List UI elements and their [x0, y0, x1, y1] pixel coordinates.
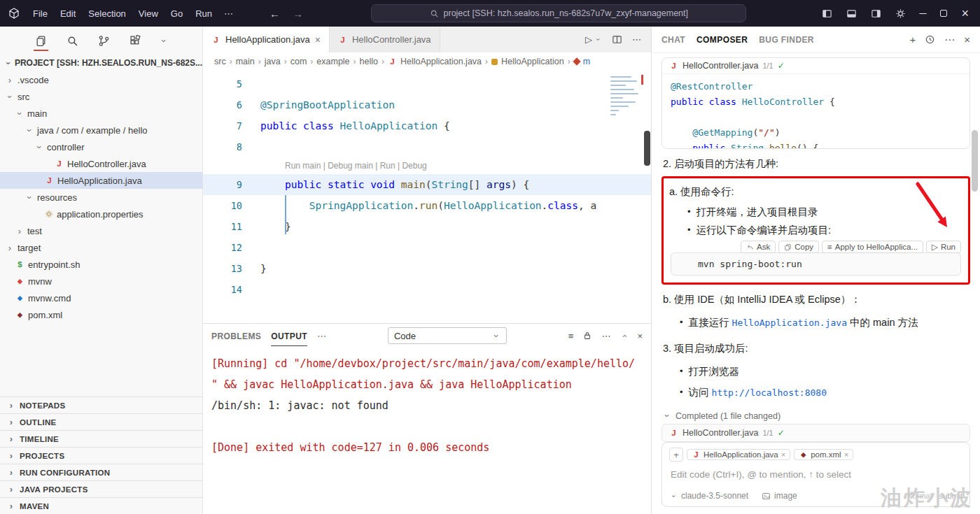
minimap[interactable]	[610, 73, 641, 152]
tree-item-src[interactable]: ›src	[0, 88, 202, 105]
lock-scroll-icon[interactable]	[582, 331, 592, 341]
breadcrumb[interactable]: java	[265, 57, 281, 66]
breadcrumb-file[interactable]: HelloApplication.java	[400, 57, 482, 66]
section-run-configuration[interactable]: ›RUN CONFIGURATION	[0, 464, 202, 480]
composer-input-box[interactable]: + JHelloApplication.java× ◆pom.xml× Edit…	[662, 442, 970, 507]
panel-more-icon[interactable]: ⋯	[317, 331, 326, 341]
extensions-icon[interactable]	[128, 32, 143, 50]
close-composer-icon[interactable]: ×	[964, 34, 970, 45]
search-view-icon[interactable]	[65, 32, 80, 50]
section-timeline[interactable]: ›TIMELINE	[0, 430, 202, 447]
close-panel-icon[interactable]: ×	[637, 331, 643, 341]
more-views-chevron-icon[interactable]: ›	[156, 36, 172, 45]
output-console[interactable]: [Running] cd "/home/devbox/project/src/m…	[203, 348, 651, 514]
localhost-link[interactable]: http://localhost:8080	[712, 387, 827, 398]
context-chip-helloapplication[interactable]: JHelloApplication.java×	[687, 449, 790, 460]
toggle-panel-icon[interactable]	[846, 8, 857, 19]
tree-item-resources[interactable]: ›resources	[0, 189, 202, 206]
tree-item-test[interactable]: ›test	[0, 222, 202, 239]
command-code-block[interactable]: mvn spring-boot:run	[671, 252, 961, 276]
tree-item-vscode[interactable]: ›.vscode	[0, 71, 202, 88]
composer-scrollbar[interactable]	[972, 130, 978, 192]
close-tab-icon[interactable]: ×	[315, 34, 321, 45]
tree-item-helloapplication[interactable]: JHelloApplication.java	[0, 172, 202, 189]
code-editor[interactable]: 5 6@SpringBootApplication 7public class …	[203, 71, 651, 323]
section-notepads[interactable]: ›NOTEPADS	[0, 397, 202, 413]
maximize-button[interactable]	[940, 10, 947, 17]
tree-item-target[interactable]: ›target	[0, 239, 202, 256]
composer-input-placeholder[interactable]: Edit code (Ctrl+I), @ to mention, ↑ to s…	[671, 469, 961, 480]
maximize-panel-icon[interactable]: ›	[619, 331, 629, 340]
toggle-sidebar-icon[interactable]	[822, 8, 832, 19]
remove-chip-icon[interactable]: ×	[781, 450, 785, 459]
section-projects[interactable]: ›PROJECTS	[0, 447, 202, 464]
tab-hellocontroller[interactable]: J HelloController.java	[330, 27, 440, 52]
panel-overflow-icon[interactable]: ⋯	[601, 331, 610, 341]
editor-scrollbar[interactable]	[644, 131, 650, 166]
explorer-icon[interactable]	[34, 32, 48, 50]
tree-item-controller[interactable]: ›controller	[0, 138, 202, 155]
menu-go[interactable]: Go	[164, 6, 189, 22]
clear-output-icon[interactable]: ≡	[568, 331, 574, 341]
section-maven[interactable]: ›MAVEN	[0, 497, 202, 514]
inline-code-file[interactable]: HelloApplication.java	[732, 317, 847, 328]
attach-image-button[interactable]: image	[762, 491, 797, 501]
tree-item-mvnw[interactable]: ◆mvnw	[0, 273, 202, 290]
output-channel-dropdown[interactable]: Code ›	[388, 327, 507, 344]
menu-run[interactable]: Run	[189, 6, 218, 22]
tab-problems[interactable]: PROBLEMS	[211, 326, 261, 345]
source-control-icon[interactable]	[97, 32, 111, 50]
submit-button[interactable]: submit	[939, 492, 962, 500]
run-file-button[interactable]: ▷›	[585, 34, 602, 45]
breadcrumb[interactable]: hello	[360, 57, 378, 66]
command-search-box[interactable]: project [SSH: hzh.sealos.run_ns-682s7u7w…	[371, 4, 746, 22]
toggle-secondary-sidebar-icon[interactable]	[871, 8, 881, 19]
tree-item-java-path[interactable]: ›java / com / example / hello	[0, 122, 202, 138]
explorer-project-header[interactable]: › PROJECT [SSH: HZH.SEALOS.RUN_NS-682S..…	[0, 55, 202, 71]
new-composer-icon[interactable]: +	[909, 34, 916, 45]
mode-label[interactable]: Normal	[907, 492, 932, 500]
tree-item-entrypoint[interactable]: $entrypoint.sh	[0, 256, 202, 273]
tree-item-application-properties[interactable]: application.properties	[0, 206, 202, 222]
diff-file-header[interactable]: J HelloController.java 1/1 ✓	[662, 58, 969, 74]
section-java-projects[interactable]: ›JAVA PROJECTS	[0, 480, 202, 497]
completed-toggle[interactable]: › Completed (1 file changed)	[663, 411, 969, 421]
model-selector[interactable]: claude-3.5-sonnet	[681, 491, 748, 501]
tab-chat[interactable]: CHAT	[662, 35, 685, 45]
menu-edit[interactable]: Edit	[54, 6, 82, 22]
breadcrumb-method[interactable]: m	[583, 57, 590, 66]
close-window-button[interactable]: ×	[961, 10, 969, 17]
context-chip-pom[interactable]: ◆pom.xml×	[794, 449, 853, 460]
codelens-run-debug[interactable]: Run main | Debug main | Run | Debug	[203, 157, 651, 174]
menu-file[interactable]: File	[27, 6, 54, 22]
breadcrumb[interactable]: main	[236, 57, 255, 66]
split-editor-icon[interactable]	[612, 34, 622, 45]
settings-gear-icon[interactable]	[895, 8, 906, 19]
history-icon[interactable]	[925, 34, 935, 45]
tree-item-mvnw-cmd[interactable]: ◆mvnw.cmd	[0, 290, 202, 306]
forward-icon[interactable]: →	[293, 8, 303, 20]
section-outline[interactable]: ›OUTLINE	[0, 413, 202, 430]
menu-more-icon[interactable]: ⋯	[218, 6, 239, 22]
back-icon[interactable]: ←	[270, 8, 280, 20]
breadcrumb[interactable]: com	[290, 57, 307, 66]
apply-button[interactable]: ≡Apply to HelloApplica...	[822, 241, 923, 253]
add-context-button[interactable]: +	[669, 448, 683, 462]
more-actions-icon[interactable]: ⋯	[632, 34, 641, 45]
menu-selection[interactable]: Selection	[82, 6, 132, 22]
tab-composer[interactable]: COMPOSER	[696, 35, 748, 45]
breadcrumb[interactable]: example	[316, 57, 349, 66]
tree-item-pom-xml[interactable]: ◆pom.xml	[0, 306, 202, 323]
run-button[interactable]: ▷Run	[926, 241, 961, 253]
tab-helloapplication[interactable]: J HelloApplication.java ×	[203, 27, 330, 52]
completed-file-card[interactable]: J HelloController.java 1/1 ✓	[662, 424, 970, 442]
composer-more-icon[interactable]: ⋯	[944, 34, 955, 46]
tab-bug-finder[interactable]: BUG FINDER	[759, 35, 814, 45]
minimize-button[interactable]: ─	[920, 8, 927, 19]
ask-button[interactable]: Ask	[741, 241, 776, 253]
breadcrumb[interactable]: src	[214, 57, 226, 66]
tree-item-hellocontroller[interactable]: JHelloController.java	[0, 155, 202, 172]
tab-output[interactable]: OUTPUT	[271, 326, 307, 346]
breadcrumb-class[interactable]: HelloApplication	[501, 57, 564, 66]
copy-button[interactable]: Copy	[778, 241, 819, 253]
